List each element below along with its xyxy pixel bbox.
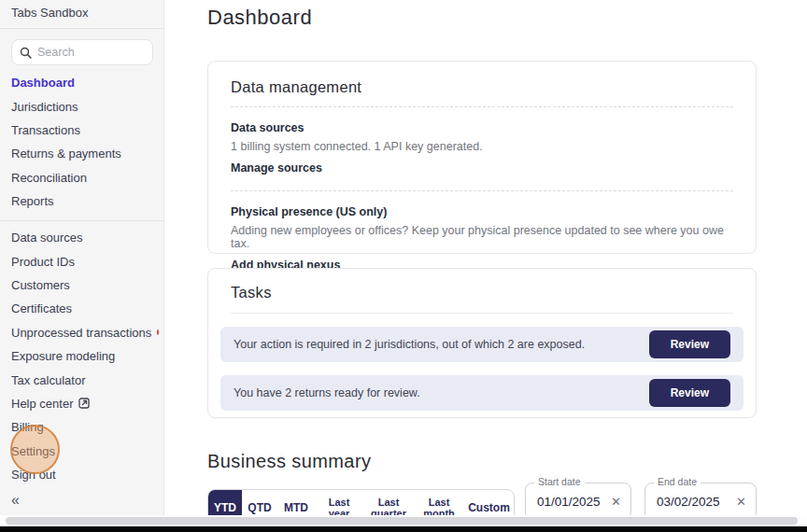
- sidebar-item-label: Billing: [11, 420, 44, 434]
- sidebar-item-label: Transactions: [11, 123, 80, 137]
- sidebar-item-sign-out[interactable]: Sign out: [11, 463, 159, 486]
- task-row: You have 2 returns ready for review. Rev…: [220, 375, 743, 411]
- alert-dot-icon: [157, 329, 159, 335]
- section-heading: Physical presence (US only): [231, 205, 733, 218]
- sidebar-item-exposure-modeling[interactable]: Exposure modeling: [11, 344, 159, 368]
- sidebar-nav-primary: Dashboard Jurisdictions Transactions Ret…: [11, 71, 159, 213]
- section-description: Adding new employees or offices? Keep yo…: [231, 224, 733, 250]
- sidebar-item-returns-payments[interactable]: Returns & payments: [11, 142, 159, 165]
- sidebar-item-customers[interactable]: Customers: [11, 273, 159, 297]
- task-text: You have 2 returns ready for review.: [234, 386, 420, 399]
- divider: [231, 106, 733, 107]
- sidebar-item-label: Reconciliation: [11, 171, 87, 185]
- review-button[interactable]: Review: [649, 379, 730, 407]
- sidebar-item-label: Returns & payments: [11, 147, 121, 161]
- data-management-card: Data management Data sources 1 billing s…: [207, 61, 757, 254]
- search-input[interactable]: [37, 46, 145, 59]
- start-date-value[interactable]: 01/01/2025: [537, 495, 601, 509]
- review-button[interactable]: Review: [649, 330, 730, 358]
- sidebar-item-label: Dashboard: [11, 76, 75, 90]
- app-title: Tabs Sandbox: [11, 6, 88, 20]
- sidebar-item-jurisdictions[interactable]: Jurisdictions: [11, 94, 159, 118]
- sidebar-item-reconciliation[interactable]: Reconciliation: [11, 166, 159, 189]
- sidebar-item-label: Exposure modeling: [11, 349, 115, 363]
- divider: [0, 220, 164, 221]
- card-title: Data management: [231, 78, 733, 96]
- scrollbar-thumb[interactable]: [6, 517, 798, 525]
- sidebar-item-help-center[interactable]: Help center: [11, 392, 159, 415]
- sidebar-item-label: Customers: [11, 278, 70, 292]
- sidebar-item-billing[interactable]: Billing: [11, 415, 159, 439]
- sidebar-collapse-button[interactable]: «: [11, 493, 20, 508]
- sidebar: Tabs Sandbox Dashboard Jurisdictions Tra…: [0, 0, 164, 515]
- divider: [231, 313, 733, 314]
- sidebar-item-label: Certificates: [11, 301, 72, 315]
- sidebar-item-label: Reports: [11, 194, 54, 208]
- manage-sources-link[interactable]: Manage sources: [231, 161, 322, 175]
- sidebar-item-data-sources[interactable]: Data sources: [11, 226, 159, 249]
- sidebar-item-dashboard[interactable]: Dashboard: [11, 71, 159, 94]
- card-title: Tasks: [231, 284, 733, 301]
- page-title: Dashboard: [207, 6, 312, 30]
- sidebar-item-label: Jurisdictions: [11, 100, 78, 114]
- clear-icon[interactable]: ✕: [736, 496, 746, 508]
- sidebar-item-label: Data sources: [11, 231, 83, 245]
- search-box[interactable]: [11, 39, 153, 65]
- sidebar-item-label: Unprocessed transactions: [11, 326, 151, 340]
- section-heading: Data sources: [231, 121, 733, 134]
- clear-icon[interactable]: ✕: [611, 496, 621, 508]
- divider: [0, 28, 164, 29]
- sidebar-item-label: Tax calculator: [11, 373, 85, 387]
- end-date-label: End date: [654, 477, 701, 487]
- sidebar-item-reports[interactable]: Reports: [11, 189, 159, 213]
- sidebar-item-settings[interactable]: Settings: [11, 440, 159, 463]
- window-bottom-edge: [0, 526, 807, 532]
- divider: [231, 190, 733, 191]
- sidebar-item-unprocessed-transactions[interactable]: Unprocessed transactions: [11, 321, 159, 344]
- sidebar-item-product-ids[interactable]: Product IDs: [11, 249, 159, 273]
- start-date-label: Start date: [534, 477, 585, 487]
- sidebar-item-transactions[interactable]: Transactions: [11, 119, 159, 142]
- sidebar-item-label: Sign out: [11, 468, 56, 482]
- search-icon: [20, 47, 32, 59]
- task-text: Your action is required in 2 jurisdictio…: [234, 338, 585, 351]
- sidebar-item-label: Product IDs: [11, 255, 75, 269]
- tasks-card: Tasks Your action is required in 2 juris…: [207, 268, 757, 418]
- start-date-field[interactable]: Start date 01/01/2025 ✕: [525, 483, 631, 520]
- app-window: Tabs Sandbox Dashboard Jurisdictions Tra…: [0, 0, 807, 532]
- sidebar-item-certificates[interactable]: Certificates: [11, 297, 159, 320]
- external-link-icon: [78, 398, 90, 409]
- sidebar-nav-secondary: Data sources Product IDs Customers Certi…: [11, 226, 159, 486]
- end-date-value[interactable]: 03/02/2025: [657, 495, 720, 509]
- section-description: 1 billing system connected. 1 API key ge…: [231, 140, 733, 153]
- end-date-field[interactable]: End date 03/02/2025 ✕: [644, 483, 757, 520]
- sidebar-item-label: Help center: [11, 397, 73, 411]
- sidebar-item-label: Settings: [11, 444, 55, 458]
- horizontal-scrollbar: [0, 515, 807, 526]
- business-summary-title: Business summary: [207, 451, 371, 472]
- sidebar-item-tax-calculator[interactable]: Tax calculator: [11, 368, 159, 391]
- task-row: Your action is required in 2 jurisdictio…: [220, 327, 743, 362]
